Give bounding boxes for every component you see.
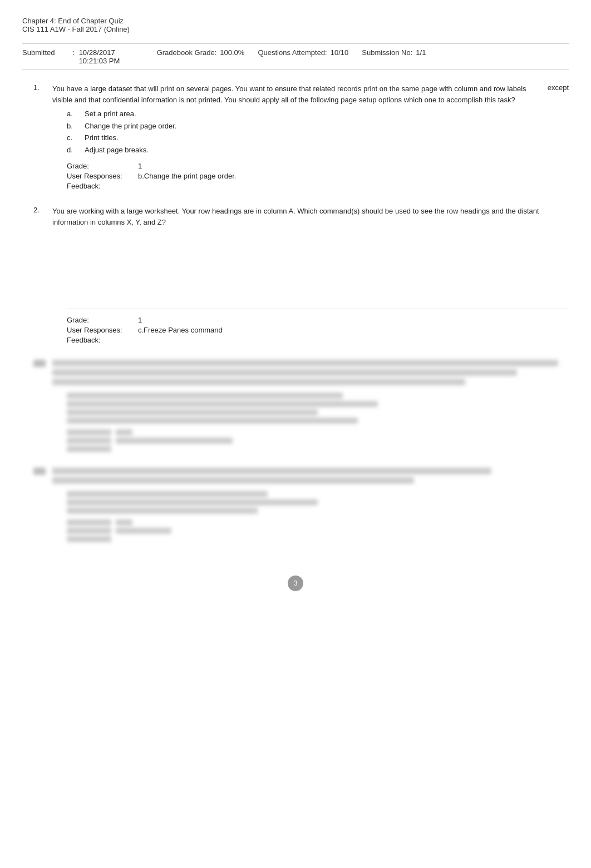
page-header: Chapter 4: End of Chapter Quiz CIS 111 A… <box>22 17 569 33</box>
question-2-feedback-row: Feedback: <box>67 336 569 344</box>
question-1-response-value: b.Change the print page order. <box>138 172 236 180</box>
choice-1b: b. Change the print page order. <box>67 121 569 132</box>
question-2-grade-value: 1 <box>138 316 142 324</box>
question-1-text: You have a large dataset that will print… <box>52 83 534 105</box>
question-1-grade-row: Grade: 1 <box>67 162 569 170</box>
gradebook-grade-field: Gradebook Grade: 100.0% <box>157 48 245 57</box>
question-2-grade-label: Grade: <box>67 316 134 324</box>
choice-1d-letter: d. <box>67 145 78 156</box>
choice-1d-text: Adjust page breaks. <box>85 145 149 156</box>
submission-no-label: Submission No: <box>362 48 412 57</box>
course-subtitle: CIS 111 A1W - Fall 2017 (Online) <box>22 25 569 33</box>
question-1-grade-value: 1 <box>138 162 142 170</box>
question-4-choices-blurred <box>67 491 569 514</box>
question-1-feedback-label: Feedback: <box>67 182 134 190</box>
questions-attempted-value: 10/10 <box>331 48 349 57</box>
question-2-header: 2. You are working with a large workshee… <box>33 206 569 227</box>
question-4-blurred <box>33 468 569 542</box>
gradebook-grade-label: Gradebook Grade: <box>157 48 217 57</box>
question-2-response-value: c.Freeze Panes command <box>138 326 223 334</box>
question-1-feedback-row: Feedback: <box>67 182 569 190</box>
course-title: Chapter 4: End of Chapter Quiz <box>22 17 569 25</box>
choice-1b-letter: b. <box>67 121 78 132</box>
question-2-response-label: User Responses: <box>67 326 134 334</box>
submitted-colon: : <box>72 48 75 57</box>
submission-bar: Submitted : 10/28/2017 10:21:03 PM Grade… <box>22 43 569 70</box>
question-2-grade-row: Grade: 1 <box>67 316 569 324</box>
choice-1a-text: Set a print area. <box>85 108 136 120</box>
question-1-block: 1. You have a large dataset that will pr… <box>33 83 569 190</box>
choice-1c-letter: c. <box>67 132 78 143</box>
question-4-grade-blurred <box>67 519 569 542</box>
question-3-grade-blurred <box>67 429 569 452</box>
choice-1a: a. Set a print area. <box>67 108 569 120</box>
question-1-choices: a. Set a print area. b. Change the print… <box>67 108 569 155</box>
submission-time: 10:21:03 PM <box>79 57 146 65</box>
submission-datetime: 10/28/2017 10:21:03 PM <box>79 48 146 65</box>
question-1-grade-label: Grade: <box>67 162 134 170</box>
choice-1a-letter: a. <box>67 108 78 120</box>
pagination-area: 3 <box>22 576 569 591</box>
questions-attempted-label: Questions Attempted: <box>258 48 327 57</box>
questions-section: 1. You have a large dataset that will pr… <box>22 83 569 542</box>
question-2-response-row: User Responses: c.Freeze Panes command <box>67 326 569 334</box>
question-3-choices-blurred <box>67 393 569 424</box>
choice-1b-text: Change the print page order. <box>85 121 177 132</box>
question-1-response-label: User Responses: <box>67 172 134 180</box>
pagination-indicator[interactable]: 3 <box>288 576 303 591</box>
question-3-blurred <box>33 360 569 452</box>
question-2-number: 2. <box>33 206 46 227</box>
choice-1d: d. Adjust page breaks. <box>67 145 569 156</box>
questions-attempted-field: Questions Attempted: 10/10 <box>258 48 348 57</box>
question-1-aside: except <box>548 83 569 92</box>
submission-no-field: Submission No: 1/1 <box>362 48 426 57</box>
question-2-grade-section: Grade: 1 User Responses: c.Freeze Panes … <box>67 316 569 344</box>
question-2-block: 2. You are working with a large workshee… <box>33 206 569 344</box>
submission-no-value: 1/1 <box>416 48 426 57</box>
gradebook-grade-value: 100.0% <box>220 48 244 57</box>
question-1-grade-section: Grade: 1 User Responses: b.Change the pr… <box>67 162 569 190</box>
question-1-number: 1. <box>33 83 46 105</box>
submission-date: 10/28/2017 <box>79 48 146 57</box>
question-1-header: 1. You have a large dataset that will pr… <box>33 83 569 105</box>
submitted-label: Submitted <box>22 48 72 57</box>
choice-1c: c. Print titles. <box>67 132 569 143</box>
question-2-text: You are working with a large worksheet. … <box>52 206 569 227</box>
question-2-feedback-label: Feedback: <box>67 336 134 344</box>
question-1-response-row: User Responses: b.Change the print page … <box>67 172 569 180</box>
choice-1c-text: Print titles. <box>85 132 119 143</box>
question-2-hr <box>67 309 569 309</box>
